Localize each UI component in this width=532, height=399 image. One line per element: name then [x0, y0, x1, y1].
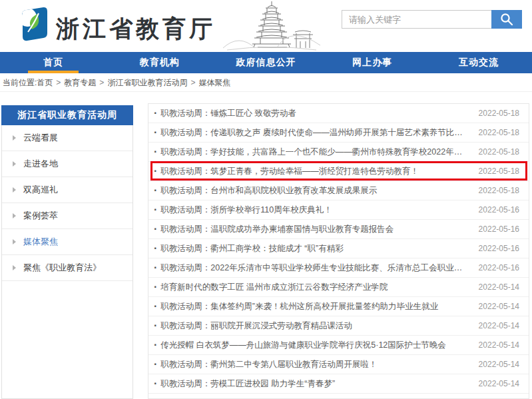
news-item[interactable]: ·职教活动周：筑梦正青春，劳动绘幸福——浙经贸打造特色劳动教育！2022-05-…	[148, 162, 529, 181]
bullet-icon: ·	[154, 224, 157, 234]
sidebar-items: 云端看展走进各地双高巡礼案例荟萃媒体聚焦聚焦《职业教育法》	[2, 125, 133, 281]
news-date: 2022-05-14	[479, 321, 519, 330]
bullet-icon: ·	[154, 204, 157, 215]
news-item[interactable]: ·职教活动周：台州市和高职院校职业教育改革发展成果展示2022-05-18	[148, 181, 529, 200]
breadcrumb-item[interactable]: 教育专题	[64, 78, 96, 87]
bullet-icon: ·	[154, 166, 157, 177]
bullet-icon: ·	[154, 147, 157, 157]
news-title: 职教活动周：传递职教之声 赓续时代使命——温州幼师开展第十届艺术素养节比赛暨职业…	[160, 127, 469, 139]
news-item[interactable]: ·培育新时代的数字工匠 温州市成立浙江云谷数字经济产业学院2022-05-14	[148, 278, 529, 297]
search-button[interactable]	[491, 10, 522, 29]
breadcrumb-item[interactable]: 媒体聚焦	[198, 78, 230, 87]
sidebar-item-label: 云端看展	[23, 132, 58, 144]
sidebar-item-label: 走进各地	[23, 158, 58, 170]
bullet-icon: ·	[154, 282, 157, 292]
news-date: 2022-05-14	[479, 282, 519, 292]
caret-right-icon	[13, 213, 16, 218]
caret-right-icon	[13, 135, 16, 141]
news-item[interactable]: ·职教活动周：2022年乐清市中等职业学校师生专业技能比赛、乐清市总工会职业技术…	[148, 258, 529, 278]
breadcrumb-separator: >	[99, 78, 104, 87]
bullet-icon: ·	[154, 127, 157, 138]
sidebar-item-媒体聚焦[interactable]: 媒体聚焦	[2, 229, 133, 255]
news-date: 2022-05-14	[479, 379, 519, 388]
news-item[interactable]: ·职教活动周：衢州第二中专第八届职业教育活动周开展啦！2022-05-14	[148, 355, 529, 374]
sidebar-item-label: 媒体聚焦	[23, 236, 58, 248]
nav-item-首页[interactable]: 首页	[0, 52, 107, 73]
sidebar-title: 浙江省职业教育活动周	[1, 105, 133, 125]
site-title: 浙江省教育厅	[56, 13, 216, 45]
news-date: 2022-05-18	[479, 147, 519, 157]
sidebar-item-云端看展[interactable]: 云端看展	[2, 125, 133, 151]
news-date: 2022-05-18	[479, 167, 519, 176]
site-header: 浙江省教育厅	[0, 0, 532, 52]
news-title: 职教活动周：锤炼工匠心 致敬劳动者	[160, 108, 469, 119]
news-date: 2022-05-16	[479, 263, 519, 272]
bullet-icon: ·	[154, 301, 157, 312]
sidebar-item-label: 聚焦《职业教育法》	[23, 262, 101, 274]
news-item[interactable]: ·职教活动周：丽职院开展沉浸式劳动教育精品课活动2022-05-14	[148, 316, 529, 336]
sidebar-item-双高巡礼[interactable]: 双高巡礼	[2, 177, 133, 203]
bullet-icon: ·	[154, 108, 157, 119]
nav-item-互动交流[interactable]: 互动交流	[425, 52, 532, 73]
news-title: 职教活动周：浙所学校举行110周年校庆典礼！	[160, 204, 469, 216]
news-title: 职教活动周：筑梦正青春，劳动绘幸福——浙经贸打造特色劳动教育！	[160, 166, 469, 177]
news-date: 2022-05-16	[479, 244, 519, 253]
news-item[interactable]: ·职教活动周：锤炼工匠心 致敬劳动者2022-05-18	[148, 104, 529, 123]
news-title: 职教活动周：台州市和高职院校职业教育改革发展成果展示	[160, 185, 469, 197]
breadcrumb-items: 首页>教育专题>浙江省职业教育活动周>媒体聚焦	[37, 78, 230, 87]
news-date: 2022-05-18	[479, 186, 519, 195]
news-title: 培育新时代的数字工匠 温州市成立浙江云谷数字经济产业学院	[160, 282, 469, 293]
news-date: 2022-05-18	[479, 128, 519, 137]
news-title: 职教活动周：集体签约周”来袭！杭州这所高校开展批量签约助力毕业生就业	[160, 301, 469, 312]
news-title: 职教活动周：2022年乐清市中等职业学校师生专业技能比赛、乐清市总工会职业技术学…	[160, 262, 469, 274]
breadcrumb-item[interactable]: 浙江省职业教育活动周	[107, 78, 187, 87]
main-nav: 首页教育机构政府信息公开网上办事互动交流	[0, 52, 532, 73]
bullet-icon: ·	[154, 243, 157, 254]
breadcrumb-separator: >	[190, 78, 195, 87]
news-item[interactable]: ·职教活动周：劳模工匠进校园 助力学生“青春梦”2022-05-14	[148, 374, 529, 394]
caret-right-icon	[13, 239, 16, 244]
page: 浙江省教育厅	[0, 0, 532, 399]
search-bar	[342, 10, 522, 29]
nav-item-教育机构[interactable]: 教育机构	[107, 52, 213, 73]
news-title: 职教活动周：丽职院开展沉浸式劳动教育精品课活动	[160, 320, 469, 332]
news-title: 职教活动周：衢州工商学校：技能成才 “职”有精彩	[160, 243, 469, 254]
caret-right-icon	[13, 265, 16, 270]
sidebar-item-label: 案例荟萃	[23, 210, 58, 222]
breadcrumb: 当前位置:首页>教育专题>浙江省职业教育活动周>媒体聚焦	[0, 73, 532, 92]
sidebar-item-label: 双高巡礼	[23, 184, 58, 196]
news-item[interactable]: ·职教活动周：学好技能，共富路上一个也不能少——衢州市特殊教育学校2022年职业…	[148, 143, 529, 162]
search-input[interactable]	[342, 10, 491, 29]
news-item[interactable]: ·职教活动周：传递职教之声 赓续时代使命——温州幼师开展第十届艺术素养节比赛暨职…	[148, 123, 529, 143]
news-date: 2022-05-16	[479, 205, 519, 214]
caret-right-icon	[13, 187, 16, 193]
news-item[interactable]: ·职教活动周：浙所学校举行110周年校庆典礼！2022-05-16	[148, 200, 529, 220]
news-item[interactable]: ·职教活动周：温职院成功举办柬埔寨国情与职业教育专题报告会2022-05-16	[148, 220, 529, 239]
bullet-icon: ·	[154, 340, 157, 350]
news-title: 职教活动周：温职院成功举办柬埔寨国情与职业教育专题报告会	[160, 224, 469, 235]
pagoda-sketch-icon	[222, 0, 322, 52]
news-list: ·职教活动周：锤炼工匠心 致敬劳动者2022-05-18·职教活动周：传递职教之…	[148, 103, 529, 399]
bullet-icon: ·	[154, 185, 157, 196]
sidebar-item-聚焦《职业教育法》[interactable]: 聚焦《职业教育法》	[2, 255, 133, 281]
news-date: 2022-05-14	[479, 340, 519, 350]
news-date: 2022-05-16	[479, 224, 519, 234]
news-item[interactable]: ·传光授帽 白衣筑梦——舟山旅游与健康职业学院举行庆祝5·12国际护士节晚会20…	[148, 336, 529, 355]
news-title: 职教活动周：劳模工匠进校园 助力学生“青春梦”	[160, 378, 469, 390]
news-item[interactable]: ·职教活动周：集体签约周”来袭！杭州这所高校开展批量签约助力毕业生就业2022-…	[148, 297, 529, 316]
breadcrumb-prefix: 当前位置:	[3, 78, 37, 87]
bullet-icon: ·	[154, 262, 157, 273]
nav-item-网上办事[interactable]: 网上办事	[319, 52, 425, 73]
magnifier-icon	[499, 12, 514, 27]
news-date: 2022-05-14	[479, 360, 519, 369]
bullet-icon: ·	[154, 320, 157, 331]
breadcrumb-item[interactable]: 首页	[37, 78, 53, 87]
sidebar-item-案例荟萃[interactable]: 案例荟萃	[2, 203, 133, 229]
sidebar-item-走进各地[interactable]: 走进各地	[2, 151, 133, 177]
news-date: 2022-05-18	[479, 109, 519, 118]
caret-right-icon	[13, 161, 16, 167]
news-title: 职教活动周：学好技能，共富路上一个也不能少——衢州市特殊教育学校2022年职业教…	[160, 147, 469, 158]
news-title: 传光授帽 白衣筑梦——舟山旅游与健康职业学院举行庆祝5·12国际护士节晚会	[160, 340, 469, 351]
nav-item-政府信息公开[interactable]: 政府信息公开	[213, 52, 320, 73]
news-item[interactable]: ·职教活动周：衢州工商学校：技能成才 “职”有精彩2022-05-16	[148, 239, 529, 258]
